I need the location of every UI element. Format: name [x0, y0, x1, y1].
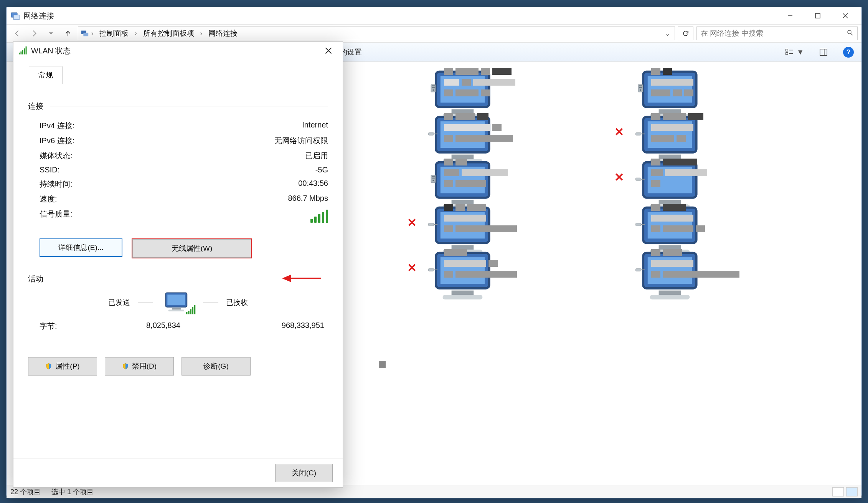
breadcrumb-dropdown-icon[interactable]: ⌄ — [662, 30, 672, 37]
group-activity-label: 活动 — [28, 274, 43, 284]
signal-quality-label: 信号质量: — [40, 209, 73, 225]
media-state-label: 媒体状态: — [40, 151, 73, 161]
activity-icon — [161, 291, 195, 314]
duration-value: 00:43:56 — [298, 179, 328, 189]
ssid-value: -5G — [298, 165, 328, 174]
dialog-tabs: 常规 — [21, 66, 335, 84]
media-state-value: 已启用 — [305, 151, 328, 161]
network-adapter-icon — [617, 203, 644, 227]
bytes-received-value: 968,333,951 — [248, 321, 324, 336]
refresh-button[interactable] — [678, 26, 693, 40]
ssid-label: SSID: — [40, 165, 59, 174]
speed-label: 速度: — [40, 194, 57, 204]
connection-list: ✕ ✕ ✕ ✕ — [409, 67, 809, 289]
ipv6-value: 无网络访问权限 — [274, 136, 328, 146]
ipv4-label: IPv4 连接: — [40, 121, 74, 131]
connection-item[interactable]: ✕ — [617, 158, 809, 199]
svg-line-23 — [851, 33, 853, 35]
annotation-highlight: 无线属性(W) — [132, 238, 252, 258]
preview-pane-button[interactable] — [819, 48, 828, 56]
connection-item[interactable] — [409, 113, 601, 153]
diagnose-button[interactable]: 诊断(G) — [182, 357, 251, 376]
network-adapter-icon: ✕ — [617, 113, 644, 136]
status-selection: 选中 1 个项目 — [51, 487, 94, 496]
breadcrumb[interactable]: › 控制面板 › 所有控制面板项 › 网络连接 ⌄ — [78, 26, 675, 40]
status-item-count: 22 个项目 — [10, 487, 41, 496]
network-adapter-icon — [409, 67, 437, 91]
disconnected-icon: ✕ — [407, 216, 417, 229]
group-connection-label: 连接 — [28, 101, 43, 111]
close-button[interactable]: 关闭(C) — [275, 464, 333, 482]
breadcrumb-all-items[interactable]: 所有控制面板项 — [139, 28, 198, 38]
chevron-right-icon: › — [91, 30, 93, 37]
window-titlebar[interactable]: 网络连接 — [7, 7, 861, 24]
breadcrumb-icon — [81, 29, 89, 38]
network-adapter-icon — [617, 67, 644, 91]
duration-label: 持续时间: — [40, 179, 73, 189]
svg-rect-28 — [820, 49, 827, 55]
maximize-button[interactable] — [804, 7, 832, 24]
nav-recent-dropdown[interactable] — [44, 26, 58, 40]
dialog-close-button[interactable] — [320, 43, 337, 58]
svg-point-22 — [848, 30, 851, 34]
received-label: 已接收 — [226, 298, 287, 308]
view-large-icons-button[interactable] — [846, 487, 858, 496]
dialog-footer: 关闭(C) — [13, 458, 343, 487]
address-bar: › 控制面板 › 所有控制面板项 › 网络连接 ⌄ 在 网络连接 中搜索 — [7, 24, 861, 43]
svg-marker-33 — [282, 275, 291, 282]
dialog-titlebar[interactable]: WLAN 状态 — [13, 42, 343, 60]
network-adapter-icon — [617, 248, 644, 272]
nav-back-button[interactable] — [10, 26, 24, 40]
sent-label: 已发送 — [69, 298, 130, 308]
svg-rect-15 — [13, 15, 20, 20]
network-adapter-icon — [409, 158, 437, 182]
network-adapter-icon — [409, 113, 437, 136]
ipv4-value: Internet — [302, 121, 328, 131]
connection-item[interactable] — [409, 158, 601, 199]
disable-button[interactable]: 禁用(D) — [105, 357, 174, 376]
breadcrumb-network-connections[interactable]: 网络连接 — [205, 28, 241, 38]
details-button[interactable]: 详细信息(E)... — [40, 238, 122, 257]
properties-button[interactable]: 属性(P) — [28, 357, 97, 376]
network-adapter-icon: ✕ — [409, 248, 437, 272]
search-icon — [847, 29, 853, 38]
disconnected-icon: ✕ — [614, 125, 624, 139]
bytes-label: 字节: — [40, 321, 70, 336]
dialog-title: WLAN 状态 — [31, 46, 71, 56]
svg-rect-25 — [786, 52, 788, 55]
minimize-button[interactable] — [776, 7, 804, 24]
signal-quality-value — [310, 209, 328, 225]
svg-rect-24 — [786, 49, 788, 51]
window-title: 网络连接 — [23, 11, 54, 21]
svg-rect-21 — [83, 33, 88, 36]
view-options-button[interactable]: ▼ — [785, 48, 804, 56]
close-window-button[interactable] — [832, 7, 859, 24]
nav-up-button[interactable] — [61, 26, 75, 40]
tab-general[interactable]: 常规 — [29, 66, 63, 84]
annotation-arrow-icon — [280, 271, 322, 285]
nav-forward-button[interactable] — [27, 26, 41, 40]
search-input[interactable]: 在 网络连接 中搜索 — [696, 26, 858, 40]
connection-item[interactable] — [617, 67, 809, 108]
help-button[interactable]: ? — [843, 47, 854, 58]
disconnected-icon: ✕ — [614, 170, 624, 184]
wlan-status-dialog: WLAN 状态 常规 连接 IPv4 连接:Internet IPv6 连接:无… — [13, 41, 343, 488]
disconnected-icon: ✕ — [407, 261, 417, 275]
network-connections-icon — [10, 11, 20, 20]
network-adapter-icon: ✕ — [617, 158, 644, 182]
speed-value: 866.7 Mbps — [288, 194, 328, 204]
connection-item[interactable] — [617, 248, 809, 289]
connection-item[interactable]: ✕ — [617, 113, 809, 153]
wlan-signal-icon — [19, 46, 27, 55]
svg-rect-17 — [815, 13, 820, 18]
connection-item[interactable] — [617, 203, 809, 244]
connection-item[interactable]: ✕ — [409, 203, 601, 244]
bytes-sent-value: 8,025,834 — [104, 321, 180, 336]
breadcrumb-control-panel[interactable]: 控制面板 — [96, 28, 132, 38]
view-details-button[interactable] — [832, 487, 844, 496]
connection-item[interactable] — [409, 67, 601, 108]
connection-item[interactable]: ✕ — [409, 248, 601, 289]
ipv6-label: IPv6 连接: — [40, 136, 74, 146]
wireless-properties-button[interactable]: 无线属性(W) — [132, 239, 251, 258]
signal-bars-icon — [310, 209, 328, 223]
